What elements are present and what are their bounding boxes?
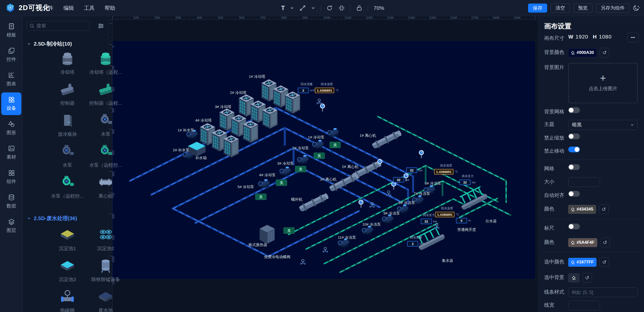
- auto-align-toggle[interactable]: [568, 191, 580, 197]
- sidebar-item-assets[interactable]: 素材: [1, 141, 21, 164]
- category-refrigeration[interactable]: 2.5D-制冷站(10): [27, 40, 72, 47]
- sidebar-item-devices[interactable]: 设备: [1, 92, 21, 115]
- sidebar-item-data[interactable]: 数据: [1, 190, 21, 213]
- reset-icon[interactable]: ↺: [599, 257, 609, 267]
- equipment-label: 补水箱: [195, 156, 207, 160]
- equipment-label: 2# 离心机: [342, 164, 358, 169]
- theme-select[interactable]: 暗黑: [568, 120, 638, 130]
- left-nav: 模板 控件 图表 设备 图形 素材 组件 数据: [0, 16, 23, 312]
- components-icon: [8, 169, 15, 176]
- reset-icon[interactable]: ↺: [600, 48, 609, 57]
- library-item[interactable]: 控制器（远程...: [88, 82, 123, 112]
- library-item[interactable]: 水泵: [88, 113, 123, 143]
- selected-bg-chip[interactable]: [568, 273, 579, 282]
- equipment-label: 1# 补水泵: [178, 128, 194, 133]
- library-item[interactable]: 废水池: [88, 290, 123, 312]
- library-item[interactable]: 电磁阀: [50, 290, 85, 312]
- canvas-page[interactable]: 1# 冷却塔 2# 冷却塔 3# 冷却塔 4# 冷却塔 1# 补水泵 2# 补水…: [112, 41, 535, 279]
- save-as-component-button[interactable]: 另存为组件: [596, 4, 629, 13]
- status-badge: 关: [314, 153, 325, 159]
- unlock-button[interactable]: [356, 5, 362, 11]
- save-button[interactable]: 保存: [528, 4, 547, 13]
- equipment-label: 板式换热器: [249, 242, 267, 247]
- component-library-panel: 2.5D-制冷站(10) 冷却塔 冷却塔（远程... 控制器 控制器（远程...…: [23, 16, 109, 312]
- sidebar-item-shapes[interactable]: 图形: [1, 117, 21, 140]
- library-item[interactable]: 水泵（远程控...: [50, 175, 85, 205]
- library-item[interactable]: 沉淀池1: [50, 228, 85, 257]
- refresh-button[interactable]: [326, 5, 333, 11]
- dark-mode-toggle-icon[interactable]: [633, 5, 640, 12]
- grid-size-input[interactable]: [568, 177, 600, 187]
- library-item[interactable]: 除铁除锰设备: [88, 259, 123, 288]
- text-tool-button[interactable]: T: [281, 5, 285, 12]
- sensor-readout: 回水温度 1.4386891℃: [435, 206, 459, 217]
- ruler-color-chip[interactable]: #5A4F4F: [568, 238, 597, 247]
- divider: [544, 219, 639, 219]
- equipment-label: 8# 冷冻泵: [398, 200, 415, 205]
- text-tool-caret-icon[interactable]: [290, 6, 294, 10]
- ruler-toggle[interactable]: [568, 224, 580, 229]
- equipment-label: 4# 冷却泵: [259, 173, 276, 178]
- piping-diagram: [112, 41, 535, 279]
- library-item[interactable]: 离心机: [88, 175, 123, 205]
- reset-icon[interactable]: ↺: [600, 238, 610, 247]
- equipment-label: 集水器: [442, 258, 453, 263]
- canvas-size-more-button[interactable]: •••: [627, 33, 639, 42]
- bg-grid-toggle[interactable]: [568, 107, 580, 113]
- canvas-area: 1# 冷却塔 2# 冷却塔 3# 冷却塔 4# 冷却塔 1# 补水泵 2# 补水…: [112, 20, 538, 312]
- toolbar-divider: [368, 5, 368, 11]
- library-item[interactable]: 冷却塔: [50, 51, 85, 81]
- library-item[interactable]: 放冷板块: [50, 113, 85, 143]
- selected-color-chip[interactable]: #1677FF: [568, 258, 596, 267]
- line-style-input[interactable]: [568, 288, 638, 297]
- filter-icon[interactable]: [97, 22, 105, 30]
- library-item[interactable]: 控制器: [50, 82, 85, 112]
- sidebar-item-charts[interactable]: 图表: [1, 68, 21, 91]
- chart-icon: [8, 72, 15, 79]
- category-wastewater[interactable]: 2.5D-废水处理(36): [27, 215, 77, 222]
- library-item[interactable]: 沉淀池3: [50, 259, 85, 288]
- preview-button[interactable]: 预览: [573, 4, 592, 13]
- sidebar-item-widgets[interactable]: 控件: [1, 44, 21, 66]
- main-menu: 文件 编辑 工具 帮助: [43, 0, 115, 16]
- sidebar-item-components[interactable]: 组件: [1, 166, 21, 188]
- library-item[interactable]: 沉淀池2: [88, 228, 123, 257]
- equipment-label: 1# 冷却塔: [249, 74, 265, 79]
- search-box[interactable]: [27, 21, 90, 31]
- library-item[interactable]: 水泵（远程控...: [88, 144, 123, 174]
- reset-icon[interactable]: ↺: [599, 204, 609, 214]
- fit-view-button[interactable]: [338, 5, 345, 11]
- paint-bucket-icon: [571, 51, 575, 55]
- equipment-label: 7# 冷冻泵: [414, 191, 430, 196]
- menu-help[interactable]: 帮助: [105, 5, 115, 12]
- search-input[interactable]: [36, 23, 87, 29]
- menu-file[interactable]: 文件: [43, 5, 53, 12]
- bg-color-chip[interactable]: #000A30: [568, 48, 597, 57]
- chevron-down-icon: [630, 123, 634, 127]
- sidebar-item-templates[interactable]: 模板: [1, 19, 21, 42]
- line-width-input[interactable]: [568, 301, 600, 310]
- divider: [544, 160, 639, 160]
- grid-color-chip[interactable]: #434345: [568, 205, 596, 214]
- disable-zoom-toggle[interactable]: [568, 133, 580, 139]
- menu-tools[interactable]: 工具: [84, 5, 95, 12]
- grid-toggle[interactable]: [568, 164, 580, 170]
- paint-bucket-icon: [572, 276, 576, 280]
- disable-move-toggle[interactable]: [568, 147, 580, 152]
- menu-edit[interactable]: 编辑: [63, 5, 74, 12]
- bg-image-upload[interactable]: + 点击上传图片: [568, 63, 638, 103]
- panel-title: 画布设置: [544, 22, 571, 31]
- status-badge: 关: [276, 180, 287, 186]
- equipment-label: 3# 离心机: [320, 177, 337, 182]
- shapes-icon: [8, 121, 15, 127]
- line-tool-caret-icon[interactable]: [311, 6, 315, 10]
- sensor-readout: 供水压力 32bar: [460, 174, 476, 185]
- zoom-level[interactable]: 70%: [374, 5, 384, 11]
- sidebar-item-layers[interactable]: 图层: [1, 215, 21, 237]
- reset-icon[interactable]: ↺: [582, 273, 592, 283]
- line-tool-button[interactable]: [299, 5, 306, 11]
- canvas-toolbar: T 70%: [281, 0, 384, 16]
- clear-button[interactable]: 清空: [551, 4, 570, 13]
- library-item[interactable]: 水泵: [50, 144, 85, 174]
- library-item[interactable]: 冷却塔（远程...: [88, 51, 123, 81]
